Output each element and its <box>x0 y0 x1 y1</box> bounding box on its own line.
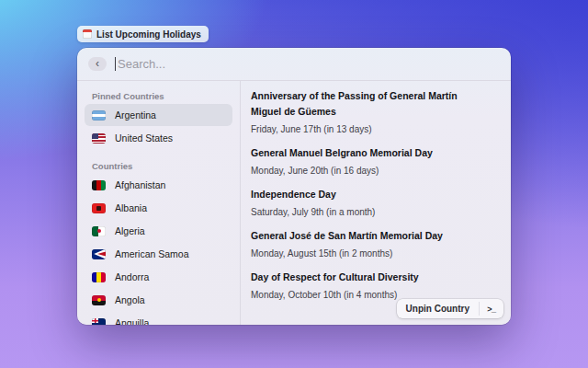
sidebar-item-anguilla[interactable]: Anguilla <box>85 312 232 325</box>
united-states-flag-icon <box>92 133 106 144</box>
calendar-icon <box>83 29 92 39</box>
country-label: Albania <box>115 202 147 213</box>
sidebar-item-andorra[interactable]: Andorra <box>85 266 232 288</box>
terminal-icon: >_ <box>487 305 495 314</box>
afghanistan-flag-icon <box>92 180 106 190</box>
holiday-item: General José de San Martín Memorial Day … <box>251 228 502 262</box>
unpin-country-button[interactable]: Unpin Country <box>397 299 479 318</box>
holiday-title: Day of Respect for Cultural Diversity <box>251 270 486 285</box>
argentina-flag-icon <box>92 110 106 121</box>
sidebar-item-albania[interactable]: Albania <box>85 197 232 219</box>
andorra-flag-icon <box>92 272 106 282</box>
chevron-left-icon: ‹ <box>96 58 99 69</box>
pinned-countries-header: Pinned Countries <box>85 88 232 104</box>
holiday-date: Monday, August 15th (in 2 months) <box>251 247 502 262</box>
country-label: Argentina <box>115 109 156 121</box>
sidebar-item-angola[interactable]: Angola <box>85 289 232 311</box>
holiday-date: Monday, June 20th (in 16 days) <box>251 164 502 179</box>
search-input[interactable]: Search... <box>115 57 500 71</box>
angola-flag-icon <box>92 295 106 305</box>
holiday-title: General José de San Martín Memorial Day <box>251 228 486 244</box>
country-label: United States <box>115 132 173 144</box>
holiday-title: Anniversary of the Passing of General Ma… <box>251 88 486 119</box>
back-button[interactable]: ‹ <box>88 57 107 71</box>
sidebar-item-argentina[interactable]: Argentina <box>85 104 232 126</box>
holiday-date: Saturday, July 9th (in a month) <box>251 205 502 221</box>
search-placeholder: Search... <box>118 57 165 71</box>
holiday-title: General Manuel Belgrano Memorial Day <box>251 145 486 161</box>
country-label: Anguilla <box>115 317 149 325</box>
action-bar: Unpin Country >_ <box>397 299 503 318</box>
country-label: Angola <box>115 294 145 305</box>
holiday-item: General Manuel Belgrano Memorial Day Mon… <box>251 145 502 179</box>
terminal-shortcut-button[interactable]: >_ <box>480 299 503 318</box>
country-label: Andorra <box>115 271 149 282</box>
american-samoa-flag-icon <box>92 249 106 259</box>
country-label: American Samoa <box>115 248 189 259</box>
text-caret <box>115 57 116 71</box>
sidebar-item-algeria[interactable]: Algeria <box>85 220 232 242</box>
desktop-background: { "colors": { "bg_gradient_top_left": "#… <box>0 0 588 368</box>
countries-header: Countries <box>85 158 232 174</box>
country-label: Afghanistan <box>115 179 165 190</box>
sidebar-item-united-states[interactable]: United States <box>85 127 232 149</box>
sidebar-item-american-samoa[interactable]: American Samoa <box>85 243 232 265</box>
holiday-item: Day of Respect for Cultural Diversity Mo… <box>251 270 502 304</box>
country-sidebar: Pinned Countries Argentina United States… <box>77 81 241 325</box>
holiday-detail-pane: Anniversary of the Passing of General Ma… <box>241 81 511 325</box>
search-bar: ‹ Search... <box>77 48 511 81</box>
holiday-date: Friday, June 17th (in 13 days) <box>251 122 502 138</box>
window-body: Pinned Countries Argentina United States… <box>77 81 511 325</box>
holiday-title: Independence Day <box>251 187 486 202</box>
command-tag-label: List Upcoming Holidays <box>96 29 201 40</box>
country-label: Algeria <box>115 225 145 236</box>
algeria-flag-icon <box>92 226 106 236</box>
raycast-window: ‹ Search... Pinned Countries Argentina U… <box>77 48 511 325</box>
holiday-item: Independence Day Saturday, July 9th (in … <box>251 187 502 221</box>
command-tag[interactable]: List Upcoming Holidays <box>77 26 209 42</box>
anguilla-flag-icon <box>92 318 106 326</box>
albania-flag-icon <box>92 203 106 213</box>
holiday-item: Anniversary of the Passing of General Ma… <box>251 88 502 138</box>
sidebar-item-afghanistan[interactable]: Afghanistan <box>85 174 232 196</box>
